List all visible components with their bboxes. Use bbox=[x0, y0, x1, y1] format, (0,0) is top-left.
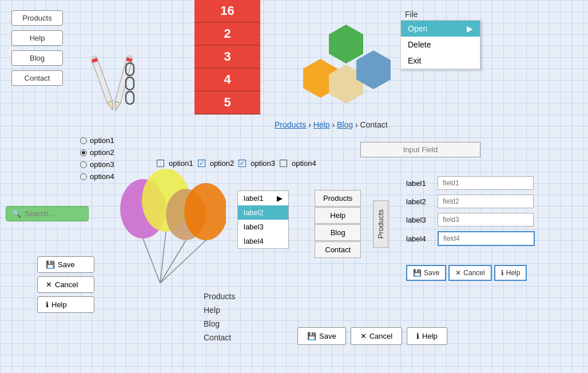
bottom-link-contact[interactable]: Contact bbox=[204, 333, 235, 342]
save-icon: 💾 bbox=[413, 269, 422, 277]
radio-option3[interactable]: option3 bbox=[80, 160, 114, 169]
lf-label-2: label2 bbox=[406, 197, 432, 206]
lf-input-4[interactable] bbox=[438, 231, 535, 246]
menu-item-open[interactable]: Open ▶ bbox=[401, 21, 480, 37]
lf-row-1: label1 bbox=[406, 176, 535, 190]
lf-input-2[interactable] bbox=[438, 195, 534, 208]
svg-point-21 bbox=[184, 183, 226, 240]
lf-row-2: label2 bbox=[406, 195, 535, 208]
menu-dropdown: Open ▶ Delete Exit bbox=[400, 20, 480, 69]
bottom-cancel-icon: ✕ bbox=[360, 332, 367, 340]
radio-label-1: option1 bbox=[90, 136, 114, 145]
breadcrumb-products[interactable]: Products bbox=[275, 120, 306, 129]
svg-rect-4 bbox=[115, 57, 132, 103]
bottom-links: Products Help Blog Contact bbox=[204, 292, 235, 342]
svg-line-16 bbox=[143, 239, 160, 283]
scb-cancel-icon: ✕ bbox=[46, 280, 52, 289]
dropdown-item-1[interactable]: label1 ▶ bbox=[238, 191, 288, 205]
nav-blog[interactable]: Blog bbox=[11, 50, 63, 66]
nav-products[interactable]: Products bbox=[11, 10, 63, 26]
scb-help-button[interactable]: ℹ Help bbox=[37, 296, 94, 313]
radio-group: option1 option2 option3 option4 bbox=[80, 136, 114, 181]
bottom-action-buttons: 💾 Save ✕ Cancel ℹ Help bbox=[297, 327, 447, 345]
lf-label-1: label1 bbox=[406, 179, 432, 188]
bar-row-3: 3 bbox=[194, 46, 260, 69]
bottom-cancel-button[interactable]: ✕ Cancel bbox=[351, 327, 402, 345]
svg-marker-12 bbox=[329, 25, 363, 64]
rotated-products-label: Products bbox=[373, 200, 388, 248]
pencil-ruler-icons bbox=[89, 46, 140, 122]
breadcrumb: Products › Help › Blog › Contact bbox=[275, 120, 388, 129]
scb-save-button[interactable]: 💾 Save bbox=[37, 256, 94, 273]
label-fields: label1 label2 label3 label4 bbox=[406, 176, 535, 246]
bottom-link-blog[interactable]: Blog bbox=[204, 319, 235, 328]
bottom-link-help[interactable]: Help bbox=[204, 305, 235, 315]
menu-item-delete[interactable]: Delete bbox=[401, 37, 480, 53]
dropdown-item-2[interactable]: label2 bbox=[238, 205, 288, 220]
lf-input-1[interactable] bbox=[438, 176, 534, 190]
bottom-link-products[interactable]: Products bbox=[204, 292, 235, 301]
checkbox-4[interactable] bbox=[280, 160, 287, 167]
radio-label-3: option3 bbox=[90, 160, 114, 169]
nav-contact[interactable]: Contact bbox=[11, 70, 63, 86]
lf-row-4: label4 bbox=[406, 231, 535, 246]
breadcrumb-current: Contact bbox=[360, 120, 387, 129]
vert-btn-help[interactable]: Help bbox=[315, 207, 361, 224]
small-save-button[interactable]: 💾 Save bbox=[406, 265, 446, 281]
svg-rect-0 bbox=[92, 58, 113, 103]
small-help-button[interactable]: ℹ Help bbox=[494, 265, 527, 281]
radio-circle-1 bbox=[80, 137, 87, 144]
breadcrumb-blog[interactable]: Blog bbox=[337, 120, 353, 129]
checkbox-label-3: option3 bbox=[251, 159, 275, 168]
search-input[interactable] bbox=[25, 209, 82, 218]
lf-label-4: label4 bbox=[406, 235, 432, 243]
bottom-help-button[interactable]: ℹ Help bbox=[407, 327, 447, 345]
radio-option2[interactable]: option2 bbox=[80, 148, 114, 157]
help-icon: ℹ bbox=[501, 269, 504, 277]
checkbox-1[interactable] bbox=[157, 160, 164, 167]
vert-btn-contact[interactable]: Contact bbox=[315, 241, 361, 258]
search-box: 🔍 bbox=[6, 206, 89, 221]
search-icon: 🔍 bbox=[12, 209, 21, 218]
menu-item-exit[interactable]: Exit bbox=[401, 53, 480, 69]
cancel-icon: ✕ bbox=[455, 269, 461, 277]
bar-row-2: 2 bbox=[194, 23, 260, 46]
lf-row-3: label3 bbox=[406, 213, 535, 227]
vert-btn-blog[interactable]: Blog bbox=[315, 224, 361, 241]
bar-chart: 16 2 3 4 5 bbox=[194, 0, 260, 114]
radio-label-4: option4 bbox=[90, 172, 114, 181]
radio-circle-2 bbox=[80, 149, 87, 156]
small-action-area: 💾 Save ✕ Cancel ℹ Help bbox=[406, 265, 527, 281]
vert-button-list: Products Help Blog Contact bbox=[315, 190, 361, 258]
hex-group bbox=[272, 17, 403, 122]
balloon-area bbox=[112, 169, 226, 296]
bottom-help-icon: ℹ bbox=[416, 332, 419, 340]
lf-input-3[interactable] bbox=[438, 213, 534, 227]
file-menu: File Open ▶ Delete Exit bbox=[400, 9, 480, 69]
input-field[interactable] bbox=[360, 142, 480, 157]
svg-line-22 bbox=[160, 240, 206, 283]
vert-btn-products[interactable]: Products bbox=[315, 190, 361, 207]
dropdown-item-4[interactable]: label4 bbox=[238, 234, 288, 248]
bottom-save-button[interactable]: 💾 Save bbox=[297, 327, 346, 345]
radio-option4[interactable]: option4 bbox=[80, 172, 114, 181]
nav-help[interactable]: Help bbox=[11, 30, 63, 46]
small-cancel-button[interactable]: ✕ Cancel bbox=[448, 265, 491, 281]
lf-label-3: label3 bbox=[406, 216, 432, 224]
breadcrumb-help[interactable]: Help bbox=[313, 120, 330, 129]
input-field-area bbox=[360, 142, 480, 157]
checkbox-2[interactable]: ✓ bbox=[198, 160, 205, 167]
scb-help-icon: ℹ bbox=[46, 300, 49, 309]
checkbox-label-4: option4 bbox=[292, 159, 316, 168]
radio-circle-3 bbox=[80, 161, 87, 168]
scb-cancel-button[interactable]: ✕ Cancel bbox=[37, 276, 94, 293]
radio-option1[interactable]: option1 bbox=[80, 136, 114, 145]
file-menu-label[interactable]: File bbox=[400, 9, 480, 20]
scb-save-icon: 💾 bbox=[46, 260, 55, 269]
radio-label-2: option2 bbox=[90, 148, 114, 157]
checkbox-3[interactable]: ✓ bbox=[239, 160, 246, 167]
dropdown-item-3[interactable]: label3 bbox=[238, 220, 288, 234]
svg-rect-9 bbox=[126, 77, 134, 90]
bottom-save-icon: 💾 bbox=[307, 332, 316, 340]
small-action-buttons: 💾 Save ✕ Cancel ℹ Help bbox=[406, 265, 527, 281]
